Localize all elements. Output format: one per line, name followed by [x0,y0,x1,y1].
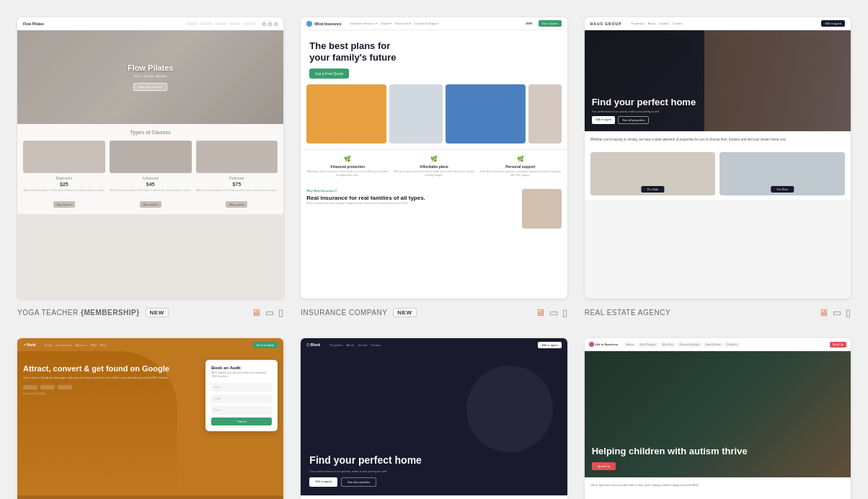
pilates-class-btn-reformer[interactable]: Buy course [226,201,247,208]
spectrum-nav-link-therapy[interactable]: Life & Therapy ▾ [638,343,658,347]
re-nav-link-about[interactable]: About [648,22,655,25]
mobile-icon-insurance[interactable]: ▯ [562,307,567,318]
spectrum-nav-link-contact[interactable]: Contact us [725,343,739,347]
laptop-icon-realestate[interactable]: 🖥 [819,307,828,318]
card-realestate[interactable]: HAUS GROUP Properties About Journal Cont… [585,17,851,299]
card-label-insurance: INSURANCE COMPANY NEW 🖥 ▭ ▯ [301,304,567,321]
re-hero: Find your perfect home Your perfect home… [585,30,851,131]
rank-form-field-phone[interactable]: Phone [211,406,272,415]
blank-hero-btns: Talk to agent See all properties [309,477,422,487]
pilates-class-name-reformer: Reformer [196,176,278,180]
rank-partner-logo-3 [58,385,72,389]
spectrum-nav-link-volunteer[interactable]: Become a volunteer [678,343,701,347]
spectrum-nav-cta[interactable]: Speak Up [830,342,846,348]
ins-photo-orange [306,84,386,143]
pilates-classes-list: Beginners $25 Add a short description of… [23,141,278,208]
card-spectrum[interactable]: Life in Spectrum Actions Life & Therapy … [585,338,851,499]
ins-section2-title: Real insurance for real families of all … [306,195,515,202]
ins-feature-personal: 🌿 Personal support Each Wind Insurance c… [479,156,562,177]
rank-form-label-email: Email [214,397,221,400]
pilates-class-price-advanced: $45 [110,182,192,187]
card-blank[interactable]: ⬡ Blank Properties About Journal Contact… [301,338,567,499]
pilates-class-name-beginners: Beginners [23,176,105,180]
pilates-section-title: Types of Classes [23,130,278,135]
ins-section2: Why Wind Insurance? Real insurance for r… [301,183,567,234]
spectrum-hero-cta[interactable]: Speak Up [592,462,616,470]
re-property-sale[interactable]: For Sale [590,152,716,195]
blank-hero-title: Find your perfect home [309,454,422,467]
blank-hero-circle [466,366,553,452]
tablet-icon-yoga[interactable]: ▭ [265,307,274,318]
blank-nav-links: Properties About Journal Contact [329,343,381,347]
card-wrapper-insurance: Wind Insurance Insurance Services ▾ Clai… [301,17,567,321]
ins-nav-link-claims[interactable]: Claims ▾ [381,22,391,25]
rank-nav-link-about[interactable]: About us [76,343,87,347]
pilates-class-btn-beginners[interactable]: Buy course [53,201,75,208]
laptop-icon-insurance[interactable]: 🖥 [536,307,545,318]
blank-about: Whether you're buying or renting, we hav… [301,495,567,499]
blank-nav-link-journal[interactable]: Journal [358,343,367,347]
blank-logo: ⬡ Blank [306,343,320,347]
card-wrapper-spectrum: Life in Spectrum Actions Life & Therapy … [585,338,851,499]
tablet-icon-realestate[interactable]: ▭ [833,307,841,318]
spectrum-nav-link-news[interactable]: News & Events [704,343,722,347]
rank-form-field-name[interactable]: Name [211,383,272,392]
pilates-class-desc-advanced: Add a short description of this class to… [110,189,192,193]
ins-hero-cta[interactable]: Get a Free Quote [309,69,349,79]
laptop-icon-yoga[interactable]: 🖥 [252,307,261,318]
re-nav-link-properties[interactable]: Properties [632,22,645,25]
re-hero-btn-agent[interactable]: Talk to agent [592,116,616,124]
pilates-class-btn-advanced[interactable]: Buy course [140,201,161,208]
rank-form-label-phone: Phone [214,409,221,412]
mobile-icon-yoga[interactable]: ▯ [278,307,283,318]
ins-hero-title: The best plans for your family's future [309,40,410,63]
blank-nav-link-contact[interactable]: Contact [371,343,381,347]
mobile-icon-realestate[interactable]: ▯ [846,307,851,318]
card-insurance[interactable]: Wind Insurance Insurance Services ▾ Clai… [301,17,567,299]
ins-nav-link-resources[interactable]: Resources ▾ [395,22,411,25]
rank-nav-link-home[interactable]: Home [45,343,53,347]
pilates-hero-cta[interactable]: Start Your Journey [133,83,167,91]
rank-nav: ↗ Rank Home Our services About us FAQ Bl… [17,338,283,351]
spectrum-nav-link-actions[interactable]: Actions [624,343,636,347]
spectrum-nav: Life in Spectrum Actions Life & Therapy … [585,338,851,351]
pilates-class-price-reformer: $75 [196,182,278,187]
re-nav-links: Properties About Journal Contact [632,22,683,25]
pilates-nav-link [244,22,255,25]
ins-nav-link-contact[interactable]: Contact & Support [415,22,438,25]
spectrum-nav-link-about[interactable]: About Us ▾ [660,343,676,347]
re-nav-cta[interactable]: Talk to agent [821,20,845,27]
rank-nav-link-blog[interactable]: Blog [100,343,106,347]
blank-hero-btn-all[interactable]: See all properties [341,477,376,487]
re-hero-btn-all[interactable]: See all properties [618,116,649,124]
pilates-nav-link [215,22,226,25]
re-hero-content: Find your perfect home Your perfect home… [592,97,696,124]
ins-nav-link-services[interactable]: Insurance Services ▾ [350,22,377,25]
card-rank[interactable]: ↗ Rank Home Our services About us FAQ Bl… [17,338,283,499]
ins-nav-cta[interactable]: Get a Quote [539,20,562,27]
re-hero-btns: Talk to agent See all properties [592,116,696,124]
blank-hero-btn-agent[interactable]: Talk to agent [309,477,337,487]
pilates-logo: Flow Pilates [23,22,44,26]
blank-nav-cta[interactable]: Talk to agent [538,342,562,348]
re-nav-link-contact[interactable]: Contact [672,22,682,25]
rank-form-field-email[interactable]: Email [211,394,272,403]
ins-feature-title-financial: Financial protection [306,164,389,169]
card-label-yoga: YOGA TEACHER {MEMBERSHIP} NEW 🖥 ▭ ▯ [17,304,283,321]
rank-form-submit[interactable]: Submit [211,418,272,425]
spectrum-logo-text: Life in Spectrum [595,343,618,346]
blank-nav-link-about[interactable]: About [347,343,354,347]
ins-feature-desc-financial: Whichever plan you choose, we're made su… [306,170,389,177]
rank-nav-link-services[interactable]: Our services [56,343,71,347]
rank-nav-link-faq[interactable]: FAQ [91,343,97,347]
rank-nav-cta[interactable]: Book an Audit [253,342,278,348]
card-wrapper-rank: ↗ Rank Home Our services About us FAQ Bl… [17,338,283,499]
rank-partner-logo-1 [23,385,37,389]
re-property-rent[interactable]: For Rent [719,152,845,195]
tablet-icon-insurance[interactable]: ▭ [549,307,558,318]
rank-bottom: 1 previous ▸ 2 amends [17,495,283,499]
ins-photo-beige [528,84,562,143]
card-yoga[interactable]: Flow Pilates Flow Pilates [17,17,283,299]
blank-nav-link-properties[interactable]: Properties [329,343,342,347]
re-nav-link-journal[interactable]: Journal [659,22,668,25]
